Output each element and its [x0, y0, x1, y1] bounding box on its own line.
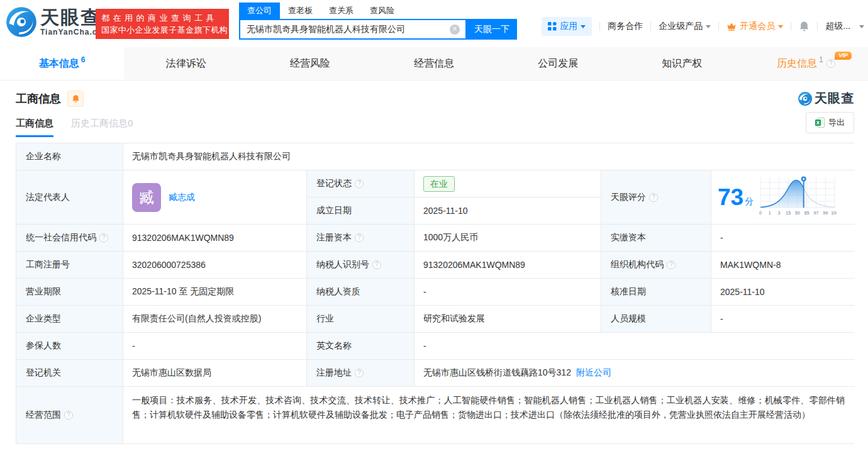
- search-input[interactable]: [240, 25, 450, 35]
- tab-intellectual-property[interactable]: 知识产权: [620, 47, 744, 80]
- reg-address-value: 无锡市惠山区钱桥街道钱藕路10号312 附近公司: [415, 360, 855, 387]
- tab-history-info[interactable]: VIP 历史信息 1 ?: [744, 47, 868, 80]
- company-name-label: 企业名称: [16, 143, 123, 170]
- tab-label: 经营信息: [414, 57, 454, 70]
- score-distribution-chart[interactable]: 0 1 3 15 50 85 97 99 100: [759, 175, 837, 220]
- grid-icon: [548, 22, 557, 31]
- status-badge: 在业: [423, 176, 455, 192]
- taxpayer-id-value: 91320206MAK1WQMN89: [415, 252, 601, 279]
- nearby-companies-link[interactable]: 附近公司: [576, 367, 611, 379]
- reg-status-label: 登记状态?: [307, 170, 415, 198]
- credit-code-value: 91320206MAK1WQMN89: [123, 225, 307, 252]
- help-icon[interactable]: ?: [355, 179, 364, 188]
- reg-number-value: 320206000725386: [123, 252, 307, 279]
- svg-text:99: 99: [823, 211, 828, 215]
- export-button[interactable]: 导出: [806, 112, 854, 133]
- section-title: 工商信息: [16, 91, 61, 106]
- tab-count: 1: [819, 55, 823, 64]
- menu-cooperation[interactable]: 商务合作: [608, 21, 643, 32]
- help-icon[interactable]: ?: [826, 59, 835, 68]
- help-icon[interactable]: ?: [649, 193, 658, 202]
- search-tab-boss[interactable]: 查老板: [280, 3, 321, 19]
- excel-icon: [815, 118, 825, 128]
- menu-enterprise[interactable]: 企业级产品: [659, 21, 711, 32]
- business-info-table: 企业名称 无锡市凯奇具身智能机器人科技有限公司 法定代表人 臧 臧志成 登记状态…: [16, 143, 854, 444]
- tab-company-development[interactable]: 公司发展: [496, 47, 620, 80]
- svg-text:85: 85: [804, 211, 810, 215]
- user-menu[interactable]: 超级...: [825, 21, 850, 32]
- menu-vip[interactable]: 开通会员: [726, 21, 783, 32]
- help-icon[interactable]: ?: [355, 369, 364, 377]
- apps-menu[interactable]: 应用: [542, 17, 592, 36]
- tab-label: 公司发展: [538, 57, 578, 70]
- tab-business-info[interactable]: 经营信息: [372, 47, 496, 80]
- credit-code-label: 统一社会信用代码?: [16, 225, 123, 252]
- promo-badge: 都在用的商业查询工具 国家中小企业发展子基金旗下机构: [96, 9, 229, 39]
- help-icon[interactable]: ?: [667, 260, 676, 269]
- svg-text:100: 100: [831, 211, 837, 215]
- legal-rep-value: 臧 臧志成: [123, 170, 307, 225]
- chevron-down-icon: [581, 25, 586, 28]
- tianyancha-logo-icon: [5, 6, 38, 38]
- menu-divider: [599, 22, 600, 31]
- search-tabs: 查公司 查老板 查关系 查风险: [239, 3, 517, 19]
- tab-basic-info[interactable]: 基本信息 6: [0, 47, 124, 80]
- tab-label: 基本信息: [39, 57, 79, 70]
- search-tab-relation[interactable]: 查关系: [321, 3, 362, 19]
- business-term-label: 营业期限: [16, 279, 123, 306]
- company-type-label: 企业类型: [16, 306, 123, 333]
- watermark-logo: 天眼查: [798, 90, 854, 107]
- establish-date-value: 2025-11-10: [415, 198, 601, 225]
- insured-count-value: -: [123, 333, 307, 360]
- approve-date-value: 2025-11-10: [711, 279, 855, 306]
- tab-business-risk[interactable]: 经营风险: [248, 47, 372, 80]
- help-icon[interactable]: ?: [99, 233, 108, 242]
- legal-rep-label: 法定代表人: [16, 170, 123, 225]
- reg-capital-value: 1000万人民币: [415, 225, 601, 252]
- score-label: 天眼评分?: [601, 170, 711, 225]
- chevron-down-icon: [706, 25, 711, 28]
- score-axis-ticks: 0 1 3 15 50 85 97 99 100: [759, 211, 837, 215]
- english-name-label: 英文名称: [307, 333, 415, 360]
- apps-label: 应用: [560, 21, 577, 32]
- org-code-label: 组织机构代码?: [601, 252, 711, 279]
- search-tab-company[interactable]: 查公司: [239, 3, 280, 19]
- english-name-value: -: [415, 333, 855, 360]
- avatar[interactable]: 臧: [132, 183, 161, 212]
- company-type-value: 有限责任公司(自然人投资或控股): [123, 306, 307, 333]
- chevron-down-icon[interactable]: [859, 25, 864, 28]
- tianyancha-logo[interactable]: 天眼查 TianYanCha.com: [5, 6, 109, 38]
- business-term-value: 2025-11-10 至 无固定期限: [123, 279, 307, 306]
- help-icon[interactable]: ?: [355, 233, 364, 242]
- reg-authority-value: 无锡市惠山区数据局: [123, 360, 307, 387]
- reg-status-value: 在业: [415, 170, 601, 198]
- score-unit: 分: [745, 196, 754, 208]
- svg-text:0: 0: [759, 211, 762, 215]
- subtab-history-business-info[interactable]: 历史工商信息0: [71, 118, 133, 137]
- monitor-bell-button[interactable]: [67, 91, 84, 107]
- svg-text:97: 97: [814, 211, 819, 215]
- search-button[interactable]: 天眼一下: [467, 19, 517, 40]
- paid-capital-value: -: [711, 225, 855, 252]
- top-right-menu: 应用 商务合作 企业级产品 开通会员 超级...: [542, 17, 864, 36]
- clear-icon[interactable]: ×: [450, 25, 460, 35]
- company-name-value: 无锡市凯奇具身智能机器人科技有限公司: [123, 143, 855, 170]
- tianyancha-logo-icon: [798, 91, 813, 106]
- bell-icon[interactable]: [799, 21, 810, 32]
- menu-divider: [791, 22, 791, 31]
- menu-divider: [718, 22, 719, 31]
- legal-rep-name-link[interactable]: 臧志成: [169, 192, 195, 203]
- crown-icon: [726, 22, 737, 31]
- main-tabs: 基本信息 6 法律诉讼 经营风险 经营信息 公司发展 知识产权 VIP 历史信息…: [0, 47, 868, 81]
- subtab-business-info[interactable]: 工商信息: [16, 118, 53, 137]
- username-label: 超级...: [825, 21, 850, 32]
- org-code-value: MAK1WQMN-8: [711, 252, 855, 279]
- help-icon[interactable]: ?: [372, 260, 381, 269]
- industry-label: 行业: [307, 306, 415, 333]
- tab-legal-litigation[interactable]: 法律诉讼: [124, 47, 248, 80]
- vip-label: 开通会员: [740, 21, 775, 32]
- help-icon[interactable]: ?: [64, 411, 73, 420]
- watermark-text: 天眼查: [815, 90, 854, 107]
- vip-badge: VIP: [835, 52, 852, 60]
- search-tab-risk[interactable]: 查风险: [362, 3, 403, 19]
